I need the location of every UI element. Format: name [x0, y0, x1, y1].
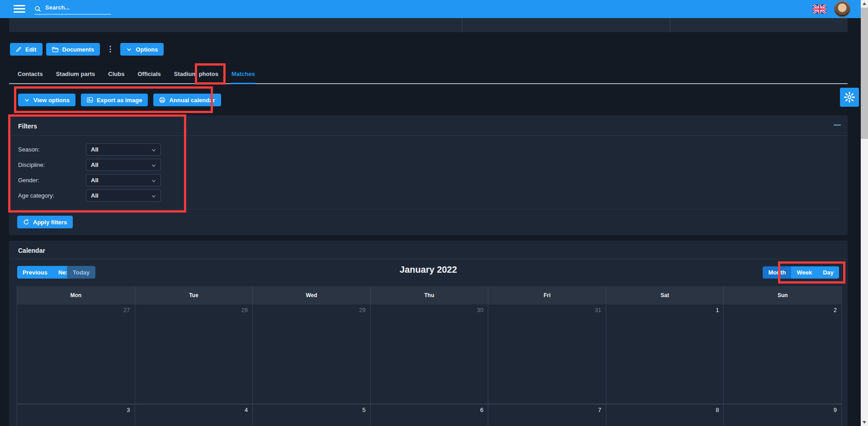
- pencil-icon: [16, 47, 22, 52]
- day-cell[interactable]: 5: [253, 404, 371, 426]
- language-flag-uk[interactable]: [813, 5, 826, 14]
- gender-select[interactable]: All: [86, 174, 161, 186]
- view-month-button[interactable]: Month: [763, 266, 791, 279]
- hamburger-menu-icon[interactable]: [14, 5, 25, 13]
- day-cell[interactable]: 31: [488, 304, 606, 404]
- day-cell[interactable]: 2: [724, 304, 841, 404]
- scrollbar-down-arrow[interactable]: [861, 419, 868, 426]
- calendar-week-row: 27 28 29 30 31 1 2: [17, 304, 841, 404]
- view-week-button[interactable]: Week: [791, 266, 817, 279]
- day-cell[interactable]: 1: [606, 304, 724, 404]
- view-switcher: Month Week Day: [763, 266, 839, 279]
- page-scrollbar[interactable]: [861, 0, 868, 426]
- scrollbar-thumb[interactable]: [861, 8, 868, 139]
- options-button[interactable]: Options: [120, 43, 164, 56]
- calendar-panel: Calendar Previous Next Today January 202…: [9, 241, 848, 426]
- day-cell[interactable]: 27: [17, 304, 135, 404]
- chevron-down-icon: [151, 194, 156, 199]
- filters-panel: Filters Season: All Discipline: All Gend…: [9, 115, 848, 235]
- day-number: 9: [834, 407, 837, 413]
- printer-icon: [159, 97, 165, 103]
- annual-calendar-button[interactable]: Annual calendar: [153, 94, 221, 106]
- season-label: Season:: [18, 146, 40, 153]
- export-as-image-label: Export as image: [97, 97, 142, 104]
- tab-clubs[interactable]: Clubs: [108, 68, 125, 84]
- tab-matches[interactable]: Matches: [231, 68, 255, 84]
- age-category-select[interactable]: All: [86, 189, 161, 202]
- day-header-mon: Mon: [17, 286, 135, 304]
- day-cell[interactable]: 29: [253, 304, 371, 404]
- discipline-select[interactable]: All: [86, 159, 161, 171]
- discipline-label: Discipline:: [18, 161, 45, 168]
- day-cell[interactable]: 4: [135, 404, 253, 426]
- day-number: 7: [598, 407, 601, 413]
- day-cell[interactable]: 7: [488, 404, 606, 426]
- day-number: 30: [477, 307, 483, 313]
- day-number: 31: [594, 307, 601, 313]
- calendar-week-row: 3 4 5 6 7 8 9: [17, 404, 841, 426]
- day-header-sun: Sun: [724, 286, 841, 304]
- export-as-image-button[interactable]: Export as image: [81, 94, 148, 106]
- season-select[interactable]: All: [86, 143, 161, 156]
- options-button-label: Options: [136, 46, 158, 53]
- top-navbar: [0, 0, 861, 18]
- chevron-down-icon: [151, 163, 156, 168]
- edit-button-label: Edit: [25, 46, 37, 53]
- edit-button[interactable]: Edit: [10, 43, 42, 56]
- divider: [9, 259, 848, 259]
- user-avatar[interactable]: [834, 1, 850, 17]
- day-cell[interactable]: 30: [371, 304, 489, 404]
- filters-title: Filters: [18, 123, 37, 130]
- chevron-down-icon: [24, 97, 30, 103]
- day-header-wed: Wed: [253, 286, 371, 304]
- day-cell[interactable]: 28: [135, 304, 253, 404]
- chevron-down-icon: [151, 147, 156, 153]
- day-number: 29: [359, 307, 365, 313]
- calendar-day-headers: Mon Tue Wed Thu Fri Sat Sun: [17, 286, 841, 304]
- age-category-select-value: All: [91, 192, 99, 199]
- scrollbar-up-arrow[interactable]: [861, 0, 868, 7]
- divider: [670, 18, 670, 32]
- season-select-value: All: [91, 146, 99, 153]
- divider: [9, 135, 848, 136]
- gender-label: Gender:: [18, 177, 39, 184]
- search-box: [34, 3, 111, 15]
- documents-button[interactable]: Documents: [46, 43, 100, 56]
- tab-stadium-parts[interactable]: Stadium parts: [56, 68, 96, 84]
- day-cell[interactable]: 3: [17, 404, 135, 426]
- day-number: 2: [834, 307, 837, 313]
- search-input[interactable]: [34, 3, 111, 14]
- day-header-tue: Tue: [135, 286, 253, 304]
- gender-select-value: All: [91, 177, 99, 184]
- day-number: 6: [480, 407, 483, 413]
- day-number: 28: [241, 307, 248, 313]
- age-category-label: Age category:: [18, 192, 54, 199]
- day-cell[interactable]: 8: [606, 404, 724, 426]
- chevron-down-icon: [151, 178, 156, 184]
- day-cell[interactable]: 6: [371, 404, 489, 426]
- month-title: January 2022: [9, 265, 848, 275]
- folder-icon: [52, 47, 59, 52]
- annual-calendar-label: Annual calendar: [169, 97, 215, 104]
- day-header-thu: Thu: [371, 286, 489, 304]
- tab-contacts[interactable]: Contacts: [17, 68, 43, 84]
- tab-stadium-photos[interactable]: Stadium photos: [174, 68, 219, 84]
- calendar-grid: Mon Tue Wed Thu Fri Sat Sun 27 28 29 30 …: [17, 286, 842, 426]
- divider: [462, 18, 462, 32]
- day-number: 5: [363, 407, 366, 413]
- gear-icon: [844, 91, 855, 103]
- detail-tabs: Contacts Stadium parts Clubs Officials S…: [9, 68, 848, 84]
- apply-filters-button[interactable]: Apply filters: [17, 216, 73, 228]
- tab-officials[interactable]: Officials: [137, 68, 161, 84]
- day-cell[interactable]: 9: [724, 404, 841, 426]
- day-number: 4: [245, 407, 248, 413]
- apply-filters-label: Apply filters: [33, 219, 67, 226]
- settings-gear-button[interactable]: [840, 88, 859, 107]
- collapse-panel-icon[interactable]: [834, 124, 842, 129]
- more-actions-icon[interactable]: ⋮: [104, 43, 117, 56]
- view-options-button[interactable]: View options: [18, 94, 75, 106]
- view-options-label: View options: [33, 97, 70, 104]
- record-toolbar: Edit Documents ⋮ Options: [10, 43, 164, 56]
- discipline-select-value: All: [91, 161, 99, 168]
- view-day-button[interactable]: Day: [817, 266, 839, 279]
